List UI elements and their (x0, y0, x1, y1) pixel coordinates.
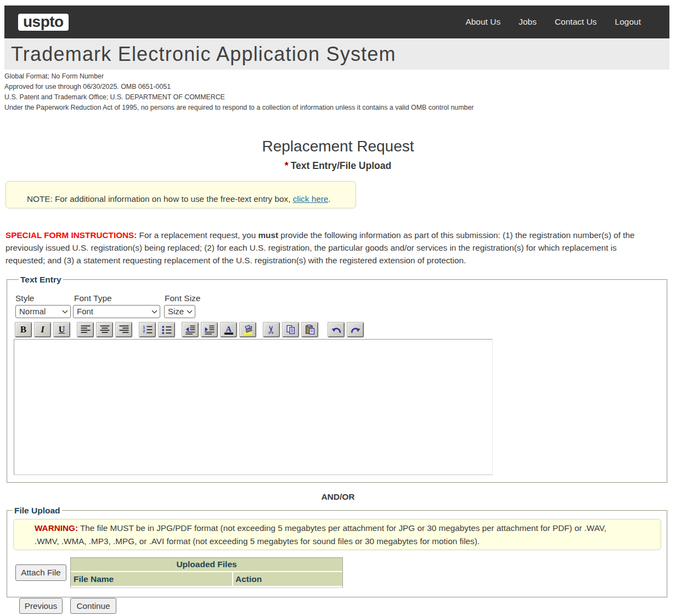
paste-button[interactable] (301, 322, 318, 337)
editor-selects-row: Normal Font Size (15, 305, 667, 318)
page-subtitle-text: Text Entry/File Upload (291, 160, 391, 171)
top-navbar: uspto About Us Jobs Contact Us Logout (4, 5, 669, 38)
font-size-select[interactable]: Size (164, 305, 195, 318)
font-size-label: Font Size (165, 293, 200, 303)
style-label: Style (15, 293, 74, 303)
align-right-button[interactable] (115, 322, 132, 337)
app-title: Trademark Electronic Application System (4, 38, 669, 66)
underline-icon: U (59, 325, 65, 335)
indent-button[interactable] (201, 322, 218, 337)
outdent-icon (185, 325, 196, 335)
outdent-button[interactable] (182, 322, 199, 337)
italic-icon: I (41, 324, 44, 335)
note-suffix: . (328, 194, 330, 204)
ordered-list-button[interactable]: 12 (139, 322, 156, 337)
font-type-label: Font Type (74, 293, 165, 303)
text-entry-fieldset: Text Entry StyleFont TypeFont Size Norma… (7, 275, 668, 483)
italic-button[interactable]: I (34, 322, 51, 337)
action-column-header: Action (233, 572, 342, 586)
align-center-icon (99, 325, 110, 335)
nav-jobs[interactable]: Jobs (519, 17, 537, 27)
align-left-icon (80, 325, 91, 335)
paste-icon (305, 325, 316, 335)
nav-logout[interactable]: Logout (615, 17, 641, 27)
page-subtitle: *Text Entry/File Upload (0, 160, 676, 172)
font-color-icon: A (223, 325, 234, 335)
redo-button[interactable] (347, 322, 364, 337)
title-band: Trademark Electronic Application System (4, 38, 669, 70)
font-type-select[interactable]: Font (73, 305, 160, 318)
previous-button[interactable]: Previous (19, 598, 63, 614)
note-text: NOTE: For additional information on how … (27, 194, 293, 204)
nav-contact-us[interactable]: Contact Us (555, 17, 597, 27)
ordered-list-icon: 12 (142, 325, 153, 335)
bold-icon: B (20, 324, 26, 335)
form-meta: Global Format; No Form Number Approved f… (4, 71, 676, 113)
align-left-button[interactable] (77, 322, 94, 337)
required-asterisk: * (285, 160, 289, 171)
underline-button[interactable]: U (53, 322, 70, 337)
warning-text: The file MUST be in JPG/PDF format (not … (35, 523, 606, 546)
andor-label: AND/OR (0, 493, 676, 501)
attach-file-button[interactable]: Attach File (15, 564, 66, 581)
undo-icon (331, 325, 342, 335)
meta-line-4: Under the Paperwork Reduction Act of 199… (4, 103, 676, 113)
file-upload-fieldset: File Upload WARNING: The file MUST be in… (7, 506, 668, 598)
style-select[interactable]: Normal (15, 305, 71, 318)
svg-text:2: 2 (143, 329, 145, 333)
click-here-link[interactable]: click here (293, 194, 329, 204)
highlight-button[interactable] (239, 322, 256, 337)
free-text-entry-textarea[interactable] (14, 339, 493, 475)
nav-about-us[interactable]: About Us (465, 17, 500, 27)
meta-line-1: Global Format; No Form Number (4, 71, 676, 82)
meta-line-3: U.S. Patent and Trademark Office; U.S. D… (4, 92, 676, 103)
cut-icon: ✂ (266, 325, 277, 335)
warning-box: WARNING: The file MUST be in JPG/PDF for… (13, 519, 661, 550)
indent-icon (204, 325, 215, 335)
align-right-icon (119, 325, 129, 335)
redo-icon (350, 325, 361, 335)
instructions-must: must (258, 230, 278, 240)
copy-icon (285, 325, 296, 335)
align-center-button[interactable] (96, 322, 113, 337)
uspto-logo[interactable]: uspto (18, 14, 69, 31)
special-instructions: SPECIAL FORM INSTRUCTIONS: For a replace… (5, 229, 646, 267)
uploaded-files-table: Uploaded Files File Name Action (70, 557, 343, 588)
nav-links: About Us Jobs Contact Us Logout (465, 17, 641, 27)
bullet-list-button[interactable] (158, 322, 175, 337)
highlight-icon (243, 325, 254, 335)
cut-button[interactable]: ✂ (263, 322, 280, 337)
undo-button[interactable] (328, 322, 345, 337)
warning-label: WARNING: (35, 523, 78, 533)
file-name-column-header: File Name (71, 572, 232, 586)
editor-toolbar: B I U 12 A ✂ (15, 322, 667, 337)
page-title: Replacement Request (0, 137, 676, 155)
meta-line-2: Approved for use through 06/30/2025. OMB… (4, 82, 676, 92)
text-entry-legend: Text Entry (19, 275, 63, 285)
instructions-text-1: For a replacement request, you (137, 230, 258, 240)
uploaded-files-header: Uploaded Files (71, 558, 342, 571)
copy-button[interactable] (282, 322, 299, 337)
editor-labels-row: StyleFont TypeFont Size (15, 293, 667, 303)
svg-text:A: A (226, 325, 232, 334)
bullet-list-icon (161, 325, 172, 335)
continue-button[interactable]: Continue (70, 598, 116, 614)
note-box: NOTE: For additional information on how … (5, 181, 356, 208)
uspto-logo-text: uspto (23, 13, 64, 31)
bold-button[interactable]: B (15, 322, 32, 337)
file-upload-legend: File Upload (13, 506, 62, 516)
special-instructions-label: SPECIAL FORM INSTRUCTIONS: (5, 230, 137, 240)
form-actions: Previous Continue (19, 598, 676, 614)
font-color-button[interactable]: A (220, 322, 237, 337)
